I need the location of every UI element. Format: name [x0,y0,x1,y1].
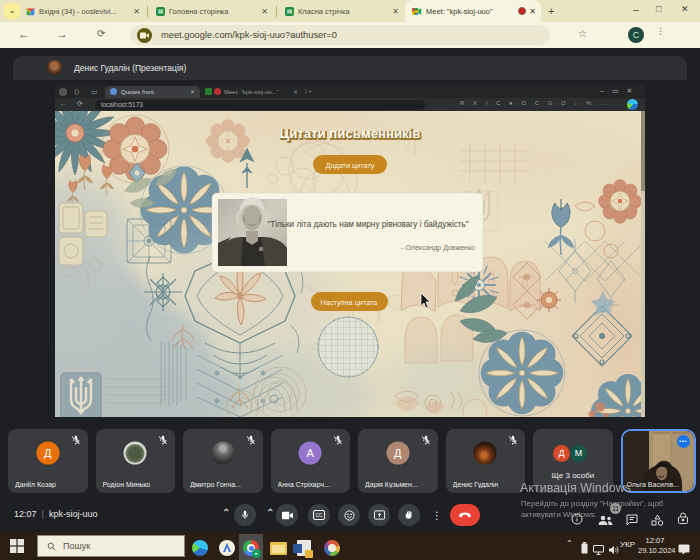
svg-text:CC: CC [315,512,323,518]
svg-text:- Олександр Довженко: - Олександр Довженко [401,244,475,252]
svg-text:Наступна цитата: Наступна цитата [321,298,379,307]
svg-text:"Тільки літа дають нам мирну р: "Тільки літа дають нам мирну рівновагу і… [267,220,469,229]
svg-text:Цитати письменників: Цитати письменників [280,126,421,141]
svg-text:Додати цитату: Додати цитату [325,161,374,170]
